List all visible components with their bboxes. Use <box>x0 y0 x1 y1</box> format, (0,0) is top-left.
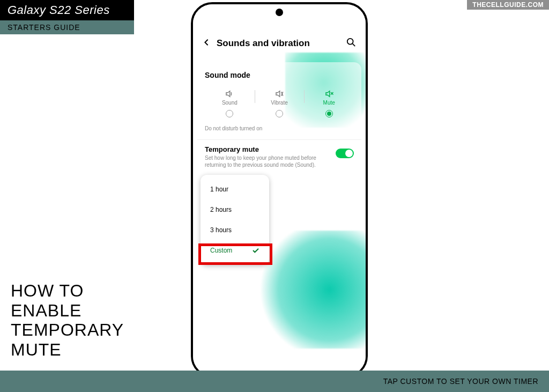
app-header: Sounds and vibration <box>193 38 366 49</box>
wallpaper-splash-bottom <box>258 231 368 349</box>
svg-marker-6 <box>326 91 330 97</box>
mode-mute[interactable]: Mute <box>304 89 354 117</box>
popup-item-2hours[interactable]: 2 hours <box>201 199 269 220</box>
footer-instruction: TAP CUSTOM TO SET YOUR OWN TIMER <box>383 377 538 386</box>
mute-icon <box>324 89 334 99</box>
mode-sound[interactable]: Sound <box>205 89 255 117</box>
svg-line-1 <box>353 44 355 47</box>
popup-item-custom-label: Custom <box>210 247 232 254</box>
svg-marker-3 <box>276 91 280 97</box>
page-title: Sounds and vibration <box>217 38 340 49</box>
phone-frame: Sounds and vibration Sound mode Sound <box>191 2 368 378</box>
guide-headline-text: HOW TO ENABLE TEMPORARY MUTE <box>11 281 124 359</box>
mode-vibrate[interactable]: Vibrate <box>255 89 305 117</box>
dnd-status: Do not disturb turned on <box>205 125 262 131</box>
brand-series-text: Galaxy S22 Series <box>8 3 110 17</box>
radio-mute[interactable] <box>325 110 333 117</box>
temporary-mute-toggle[interactable] <box>336 149 354 158</box>
duration-popup: 1 hour 2 hours 3 hours Custom <box>201 175 269 265</box>
mode-vibrate-label: Vibrate <box>271 100 288 106</box>
brand-subtitle-bar: STARTERS GUIDE <box>0 20 134 34</box>
svg-marker-2 <box>226 91 230 97</box>
speaker-icon <box>225 89 234 99</box>
temporary-mute-desc: Set how long to keep your phone muted be… <box>205 154 330 168</box>
sound-mode-options: Sound Vibrate Mute <box>205 89 354 117</box>
check-icon <box>252 248 259 253</box>
mode-mute-label: Mute <box>323 100 335 106</box>
phone-screen: Sounds and vibration Sound mode Sound <box>193 4 366 375</box>
sound-mode-card: Sound mode Sound Vibrate <box>197 62 361 129</box>
popup-item-3hours[interactable]: 3 hours <box>201 220 269 240</box>
radio-vibrate[interactable] <box>276 110 283 117</box>
popup-item-1hour[interactable]: 1 hour <box>201 179 269 199</box>
mode-sound-label: Sound <box>222 100 238 106</box>
back-icon[interactable] <box>203 39 210 48</box>
sound-mode-label: Sound mode <box>205 71 354 79</box>
brand-series-bar: Galaxy S22 Series <box>0 0 134 20</box>
temporary-mute-title: Temporary mute <box>205 145 330 153</box>
svg-point-0 <box>347 39 353 45</box>
guide-headline: HOW TO ENABLE TEMPORARY MUTE <box>11 281 124 360</box>
brand-subtitle-text: STARTERS GUIDE <box>8 23 80 32</box>
popup-item-custom[interactable]: Custom <box>201 240 269 261</box>
radio-sound[interactable] <box>226 110 233 117</box>
vibrate-icon <box>274 89 284 99</box>
footer-bar: TAP CUSTOM TO SET YOUR OWN TIMER <box>0 371 549 392</box>
brand-block: Galaxy S22 Series STARTERS GUIDE <box>0 0 134 34</box>
search-icon[interactable] <box>346 38 356 49</box>
temporary-mute-block: Temporary mute Set how long to keep your… <box>197 139 361 176</box>
watermark-label: THECELLGUIDE.COM <box>467 0 549 10</box>
